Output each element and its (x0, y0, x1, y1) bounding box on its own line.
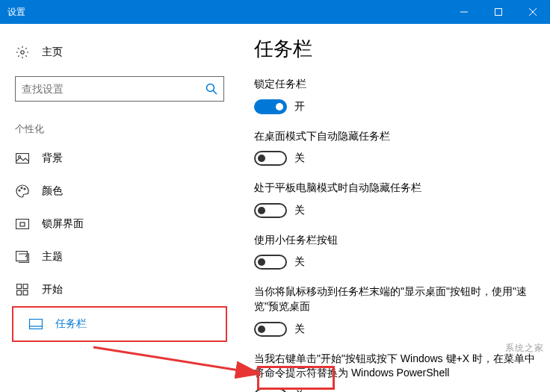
toggle-state: 关 (294, 389, 305, 392)
svg-rect-15 (17, 284, 22, 289)
toggle-state: 关 (294, 204, 305, 217)
setting-peek-preview: 当你将鼠标移动到任务栏末端的"显示桌面"按钮时，使用"速览"预览桌面 关 (254, 284, 535, 336)
search-box[interactable] (15, 76, 224, 102)
minimize-button[interactable] (447, 0, 481, 24)
start-icon (15, 282, 30, 297)
palette-icon (15, 184, 30, 199)
setting-label: 当你将鼠标移动到任务栏末端的"显示桌面"按钮时，使用"速览"预览桌面 (254, 284, 535, 314)
page-title: 任务栏 (254, 36, 535, 62)
annotation-highlight-sidebar: 任务栏 (12, 306, 227, 342)
search-icon (206, 83, 217, 95)
search-input[interactable] (22, 83, 206, 95)
toggle-small-buttons[interactable] (254, 255, 287, 270)
sidebar-item-label: 开始 (42, 283, 63, 296)
svg-rect-12 (16, 220, 29, 229)
setting-autohide-tablet: 处于平板电脑模式时自动隐藏任务栏 关 (254, 181, 535, 218)
toggle-powershell-replace[interactable] (254, 388, 287, 392)
toggle-autohide-desktop[interactable] (254, 151, 287, 166)
svg-point-4 (21, 51, 25, 55)
setting-autohide-desktop: 在桌面模式下自动隐藏任务栏 关 (254, 129, 535, 167)
setting-label: 使用小任务栏按钮 (254, 233, 535, 248)
sidebar-item-themes[interactable]: 主题 (0, 240, 239, 273)
sidebar-item-label: 任务栏 (55, 317, 87, 331)
setting-lock-taskbar: 锁定任务栏 开 (254, 77, 535, 114)
watermark: 系统之家 (505, 342, 544, 355)
sidebar-item-start[interactable]: 开始 (0, 273, 239, 306)
setting-label: 处于平板电脑模式时自动隐藏任务栏 (254, 181, 535, 196)
svg-point-9 (19, 190, 20, 191)
setting-powershell-replace: 当我右键单击"开始"按钮或按下 Windows 键+X 时，在菜单中将命令提示符… (254, 352, 535, 392)
toggle-state: 关 (294, 152, 305, 165)
sidebar-item-colors[interactable]: 颜色 (0, 175, 239, 208)
svg-rect-13 (20, 223, 25, 226)
sidebar-item-background[interactable]: 背景 (0, 142, 239, 175)
svg-line-6 (213, 90, 217, 94)
svg-rect-17 (17, 290, 22, 295)
svg-rect-16 (23, 284, 28, 289)
sidebar-section-title: 个性化 (0, 116, 239, 142)
toggle-peek-preview[interactable] (254, 322, 287, 337)
toggle-state: 关 (294, 323, 305, 336)
lockscreen-icon (15, 217, 30, 231)
toggle-autohide-tablet[interactable] (254, 203, 287, 218)
svg-rect-19 (30, 320, 43, 329)
sidebar-item-label: 主题 (42, 250, 63, 264)
sidebar: 主页 个性化 背景 颜色 锁屏界面 (0, 24, 239, 392)
toggle-state: 关 (294, 255, 305, 269)
toggle-lock-taskbar[interactable] (254, 99, 287, 114)
sidebar-item-taskbar[interactable]: 任务栏 (13, 308, 226, 340)
setting-label: 在桌面模式下自动隐藏任务栏 (254, 129, 535, 144)
sidebar-item-lockscreen[interactable]: 锁屏界面 (0, 208, 239, 240)
toggle-state: 开 (294, 100, 305, 113)
setting-label: 当我右键单击"开始"按钮或按下 Windows 键+X 时，在菜单中将命令提示符… (254, 352, 535, 381)
svg-rect-1 (495, 9, 502, 16)
svg-point-11 (24, 188, 25, 190)
close-button[interactable] (516, 0, 550, 24)
taskbar-icon (28, 317, 43, 332)
svg-rect-7 (16, 154, 29, 164)
svg-rect-18 (23, 290, 28, 295)
setting-label: 锁定任务栏 (254, 77, 535, 92)
sidebar-item-label: 颜色 (42, 184, 63, 198)
maximize-button[interactable] (481, 0, 516, 24)
sidebar-item-label: 背景 (42, 152, 63, 165)
gear-icon (15, 45, 30, 60)
setting-small-buttons: 使用小任务栏按钮 关 (254, 233, 535, 270)
svg-point-10 (21, 187, 22, 189)
sidebar-home-label: 主页 (42, 46, 63, 59)
sidebar-home[interactable]: 主页 (0, 39, 239, 66)
picture-icon (15, 151, 30, 166)
window-controls (447, 0, 550, 24)
window-title: 设置 (7, 6, 25, 19)
main-panel: 任务栏 锁定任务栏 开 在桌面模式下自动隐藏任务栏 关 处于平板电脑模式时自动隐… (239, 24, 550, 392)
sidebar-item-label: 锁屏界面 (42, 217, 84, 231)
titlebar: 设置 (0, 0, 550, 24)
themes-icon (15, 249, 30, 264)
